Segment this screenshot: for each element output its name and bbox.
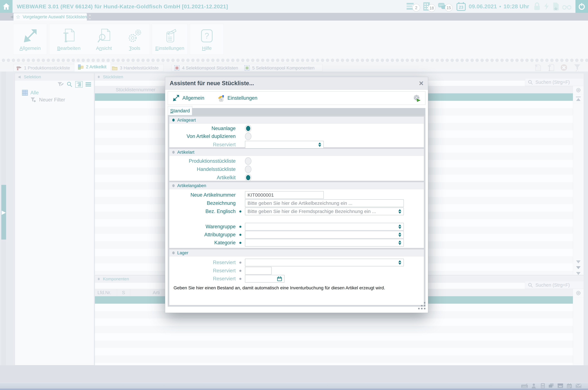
radio-artikelkit[interactable] [245,174,251,181]
refresh-button[interactable] [544,2,549,10]
column-stuecklistennummer[interactable]: Stücklistennummer [95,86,158,93]
neue-artikelnummer-input[interactable] [245,191,324,199]
filter-edit-icon[interactable] [57,82,64,87]
subtab-artikelkit-active[interactable]: 2 Artikelkit [74,62,111,71]
logout-button[interactable] [576,0,588,13]
user-add-button[interactable] [531,383,537,389]
reserviert-select[interactable] [245,141,324,148]
resize-grip[interactable] [417,301,426,311]
tree-item-neuer-filter[interactable]: Neuer Filter [22,96,94,103]
search-global-button[interactable] [562,3,571,10]
scroll-down-icon[interactable] [576,260,581,263]
windows-button[interactable] [548,383,554,389]
ribbon-label: Ansicht [96,46,112,51]
ribbon-group-hilfe: ? Hilfe [190,24,224,55]
column-artikel[interactable]: Arti [130,289,162,296]
komponenten-search[interactable]: Suchen (Strg+F) [525,282,584,289]
calendar-bar-button[interactable] [567,383,572,389]
selektion-panel: ◀ Selektion [15,73,94,365]
label-lager-reserviert-2: Reserviert [169,268,236,274]
radio-handelsstueckliste[interactable] [245,166,251,173]
subtab-selektionspool-komponenten[interactable]: 5 Selektionspool Komponenten [244,64,315,72]
table-rows[interactable] [95,304,573,365]
tab-standard[interactable]: Standard [168,106,192,115]
tree-item-alle[interactable]: Alle [22,89,94,96]
section-dot-icon [172,151,175,154]
calculator-button[interactable] [541,383,545,389]
dialog-title: Assistent für neue Stückliste... [170,80,254,87]
dot-icon [239,262,241,264]
radio-neuanlage[interactable] [245,125,251,132]
notifications-menu-button[interactable]: 2 [406,2,415,11]
kategorie-select[interactable] [245,239,404,246]
subtab-handelsstueckliste[interactable]: 3 Handelsstückliste [112,64,159,72]
column-settings-button[interactable] [573,86,584,95]
dialog-allgemein-button[interactable]: Allgemein [172,95,204,101]
dialog-titlebar[interactable]: Assistent für neue Stückliste... × [165,77,428,90]
column-settings-button[interactable] [573,289,584,297]
radio-produktionsstueckliste[interactable] [245,157,251,165]
ribbon-tools-button[interactable]: Tools [127,28,142,51]
keyboard-button[interactable] [521,384,528,388]
filter-icon[interactable] [574,64,581,71]
collapse-left-icon[interactable]: ◀ [18,75,21,79]
messages-button[interactable]: 15 [438,2,448,11]
dialog-close-button[interactable]: × [419,79,424,87]
assistent-dialog: Assistent für neue Stückliste... × Allge… [165,77,428,313]
gears-icon [127,28,142,43]
stuecklisten-scrollbar[interactable] [573,86,584,275]
favorite-star-icon[interactable]: ☆ [16,14,20,19]
ribbon-hilfe-button[interactable]: ? Hilfe [200,28,214,51]
notes-button[interactable] [553,2,559,11]
komponenten-scrollbar[interactable] [573,289,584,365]
ribbon-einstellungen-button[interactable]: Einstellungen [155,28,184,51]
label-warengruppe: Warengruppe [169,224,236,230]
label-von-artikel-duplizieren: Von Artikel duplizieren [169,133,236,139]
section-header: Artikelangaben [169,182,424,189]
new-record-icon[interactable] [534,64,541,71]
ribbon: Allgemein Bearbeiten [0,21,588,57]
window-tab-close-button[interactable]: x [89,14,91,19]
subtab-produktionsstueckliste[interactable]: 1 Produktionsstückliste [16,64,70,72]
window-tab[interactable]: ☆ Vorgelagerte Auswahl Stücklisten x [13,13,87,21]
delete-record-icon[interactable] [560,64,568,71]
dialog-run-button[interactable] [413,94,421,102]
radio-von-artikel-duplizieren[interactable] [245,133,251,140]
column-lfdnr[interactable]: Lfd.Nr. [95,289,117,296]
edit-record-icon[interactable] [547,64,554,71]
calendar-button[interactable]: 23 [456,2,466,11]
komponenten-title: Komponenten [103,277,129,282]
mail-button[interactable] [576,384,582,388]
subtab-selektionspool-stuecklisten[interactable]: 4 Selektionspool Stücklisten [174,64,238,72]
tab-scroll-left-icon[interactable]: ◀ [10,14,13,19]
scroll-down-controls[interactable] [573,260,584,276]
scroll-page-down-icon[interactable] [576,266,581,269]
ribbon-bearbeiten-button[interactable]: Bearbeiten [57,28,80,51]
calendar-small-icon[interactable] [277,276,282,281]
company-button[interactable]: 18 [422,2,431,11]
mail-icon [576,384,582,388]
lock-button[interactable] [534,2,540,11]
lager-reserviert-date[interactable] [245,275,284,283]
window-switch-button[interactable] [557,384,563,388]
bezeichnung-input[interactable] [245,199,404,207]
ribbon-allgemein-button[interactable]: Allgemein [19,28,41,51]
spinner-icon [318,143,321,147]
dialog-einstellungen-button[interactable]: Einstellungen [217,95,257,101]
lager-reserviert-select[interactable] [245,259,404,266]
tree-view-button[interactable] [75,81,83,88]
attributgruppe-select[interactable] [245,231,404,239]
ribbon-ansicht-button[interactable]: Ansicht [96,28,112,51]
scroll-to-top-button[interactable] [573,95,584,103]
bez-englisch-select[interactable]: Bitte geben Sie hier die Fremdsprachige … [245,207,404,215]
home-button[interactable] [0,0,12,13]
label-lager-reserviert-1: Reserviert [169,260,236,265]
list-view-icon[interactable] [86,82,91,87]
column-s[interactable]: S [117,289,130,296]
subtab-label: 1 Produktionsstückliste [24,65,70,71]
lager-reserviert-input[interactable] [245,267,272,275]
expand-panel-handle[interactable]: ▶ [1,185,6,240]
warengruppe-select[interactable] [245,223,404,231]
stuecklisten-search[interactable]: Suchen (Strg+F) [525,79,584,86]
search-icon[interactable] [67,82,72,87]
